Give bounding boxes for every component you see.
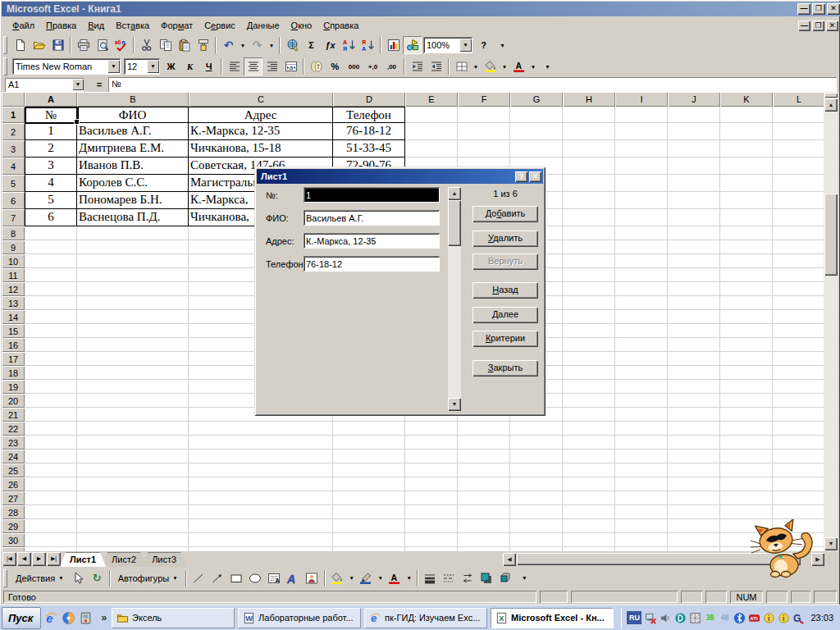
sheet-tab[interactable]: Лист3 [142,552,186,567]
cell[interactable] [510,450,563,463]
cell[interactable] [77,380,189,394]
column-header-C[interactable]: C [189,92,333,107]
undo-dropdown[interactable]: ▼ [238,36,248,54]
cell[interactable] [615,352,668,366]
row-header-13[interactable]: 13 [2,296,25,310]
cell[interactable] [668,123,720,140]
cell[interactable] [25,324,77,338]
cell[interactable] [563,491,615,505]
cell[interactable]: № [25,107,77,123]
cell[interactable] [720,254,773,268]
workbook-close-icon[interactable]: ✕ [826,21,838,31]
quick-launch-media-player-icon[interactable] [62,611,75,625]
cell[interactable] [25,491,77,505]
cell[interactable] [189,450,333,463]
cell[interactable] [25,240,77,254]
row-header-1[interactable]: 1 [2,107,25,123]
cell[interactable] [668,436,720,450]
menu-item[interactable]: Справка [317,18,364,33]
tray-indicator-3b-icon[interactable]: 3В [703,611,716,624]
cell[interactable] [25,505,77,519]
cell[interactable] [77,436,189,450]
tray-download-master-icon[interactable] [673,611,687,624]
dash-style-button[interactable] [440,569,459,587]
row-header-16[interactable]: 16 [2,338,25,352]
cell[interactable]: 51-33-45 [333,140,405,158]
cell[interactable] [189,505,333,519]
cell[interactable] [615,310,668,324]
cell[interactable]: Пономарев Б.Н. [77,192,189,209]
fill-color-button[interactable] [481,57,500,75]
column-header-H[interactable]: H [563,92,615,107]
split-handle[interactable] [824,93,838,98]
open-button[interactable] [30,36,48,54]
cell[interactable] [563,436,615,450]
cell[interactable] [720,107,773,123]
sheet-tab[interactable]: Лист2 [102,552,146,567]
cell[interactable] [25,394,77,408]
cell[interactable] [458,491,510,505]
row-header-28[interactable]: 28 [2,505,25,519]
cell[interactable] [773,450,824,463]
dialog-button-1[interactable]: Добавить [472,206,538,222]
cell[interactable] [720,192,773,209]
cell[interactable] [510,491,563,505]
cell[interactable] [615,175,668,192]
cell[interactable] [668,477,720,491]
cell[interactable] [458,463,510,477]
cell[interactable] [668,422,720,436]
task-button[interactable]: XMicrosoft Excel - Кн... [491,608,614,628]
font-dropdown[interactable]: ▼ [404,569,414,587]
cell[interactable] [615,240,668,254]
cell[interactable] [563,422,615,436]
cell[interactable]: 5 [25,192,77,209]
cell[interactable]: 76-18-12 [333,123,405,140]
cell[interactable]: 4 [25,175,77,192]
cell[interactable] [720,324,773,338]
currency-button[interactable] [307,57,326,75]
form-field-input[interactable]: 1 [304,187,440,203]
row-header-2[interactable]: 2 [2,123,25,140]
cell[interactable] [773,422,824,436]
sort-ascending-button[interactable]: АЯ [340,36,358,54]
cell[interactable] [773,394,824,408]
more-button[interactable]: ▾ [493,36,512,54]
cell[interactable] [25,450,77,463]
dialog-help-icon[interactable]: ? [515,171,527,182]
quick-launch-ie-icon[interactable]: e [44,611,58,625]
cell[interactable] [563,310,615,324]
toolbar-grip[interactable] [3,36,7,54]
cell[interactable] [773,158,824,175]
row-header-22[interactable]: 22 [2,422,25,436]
cell[interactable] [720,209,773,226]
italic-button[interactable]: К [180,57,199,75]
chart-wizard-button[interactable] [384,36,403,54]
bold-button[interactable]: Ж [162,57,180,75]
line-dropdown[interactable]: ▼ [376,569,386,587]
cell[interactable] [615,436,668,450]
row-header-25[interactable]: 25 [2,463,25,477]
print-preview-button[interactable] [93,36,112,54]
row-header-3[interactable]: 3 [2,140,25,158]
row-header-20[interactable]: 20 [2,394,25,408]
first-sheet-icon[interactable]: |◀ [2,552,16,566]
cell[interactable] [333,505,405,519]
cell[interactable] [773,338,824,352]
scroll-down-icon[interactable]: ▼ [824,537,838,550]
column-header-I[interactable]: I [615,92,668,107]
format-painter-button[interactable] [194,36,212,54]
autoshapes-menu[interactable]: Автофигуры▼ [113,572,183,585]
row-header-8[interactable]: 8 [2,226,25,240]
cell[interactable]: К.-Маркса, 12-35 [189,123,333,140]
cell[interactable] [563,192,615,209]
cell[interactable] [615,422,668,436]
cell[interactable] [458,533,510,547]
cell[interactable] [510,477,563,491]
cell[interactable]: 6 [25,209,77,226]
menu-item[interactable]: Сервис [199,18,241,33]
task-button[interactable]: eпк-ГИД: Изучаем Exc... [364,608,487,628]
fill-dropdown[interactable]: ▼ [500,57,509,75]
cell[interactable] [773,463,824,477]
row-header-17[interactable]: 17 [2,352,25,366]
dialog-button-4[interactable]: Назад [472,282,538,299]
